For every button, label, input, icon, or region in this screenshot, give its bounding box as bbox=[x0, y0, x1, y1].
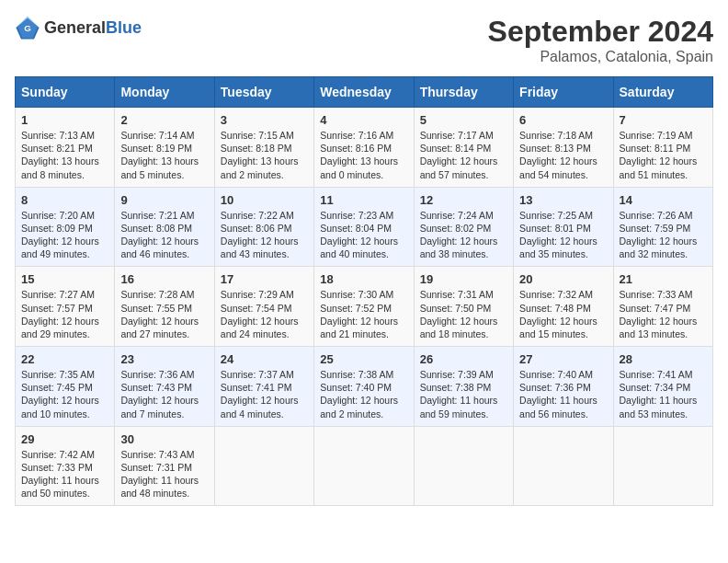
cell-text: Sunset: 7:52 PM bbox=[320, 302, 407, 315]
cell-text: Daylight: 11 hours bbox=[620, 394, 707, 407]
day-number: 1 bbox=[21, 113, 108, 127]
cell-text: Sunrise: 7:26 AM bbox=[620, 209, 707, 222]
cell-text: and 21 minutes. bbox=[320, 327, 407, 340]
cell-text: Sunrise: 7:40 AM bbox=[519, 368, 607, 381]
header-sunday: Sunday bbox=[16, 77, 115, 108]
cell-text: Sunset: 8:01 PM bbox=[519, 222, 607, 235]
cell-text: Sunrise: 7:21 AM bbox=[120, 209, 208, 222]
cell-text: Sunset: 7:40 PM bbox=[320, 381, 407, 394]
calendar-cell: 7Sunrise: 7:19 AMSunset: 8:11 PMDaylight… bbox=[613, 108, 712, 188]
calendar-cell: 1Sunrise: 7:13 AMSunset: 8:21 PMDaylight… bbox=[16, 108, 115, 188]
cell-text: and 38 minutes. bbox=[420, 247, 507, 260]
day-number: 2 bbox=[120, 113, 208, 127]
cell-text: and 54 minutes. bbox=[519, 168, 607, 181]
cell-text: Sunrise: 7:18 AM bbox=[519, 129, 607, 142]
day-number: 27 bbox=[519, 352, 607, 366]
logo-blue: Blue bbox=[106, 18, 142, 37]
cell-text: Daylight: 13 hours bbox=[21, 155, 108, 167]
cell-text: and 29 minutes. bbox=[21, 327, 108, 340]
cell-text: Sunrise: 7:38 AM bbox=[320, 368, 407, 381]
cell-text: Sunset: 8:09 PM bbox=[21, 222, 108, 235]
calendar-cell: 27Sunrise: 7:40 AMSunset: 7:36 PMDayligh… bbox=[514, 347, 613, 427]
cell-text: Sunrise: 7:14 AM bbox=[120, 129, 208, 142]
cell-text: Sunset: 7:54 PM bbox=[221, 302, 308, 315]
cell-text: Daylight: 12 hours bbox=[620, 155, 707, 167]
cell-text: Sunrise: 7:17 AM bbox=[420, 129, 507, 142]
day-number: 14 bbox=[620, 193, 707, 207]
cell-text: Sunrise: 7:33 AM bbox=[620, 288, 707, 301]
cell-text: Sunrise: 7:30 AM bbox=[320, 288, 407, 301]
cell-text: Sunrise: 7:25 AM bbox=[519, 209, 607, 222]
cell-text: Daylight: 12 hours bbox=[21, 235, 108, 247]
cell-text: Daylight: 12 hours bbox=[320, 235, 407, 247]
cell-text: and 5 minutes. bbox=[120, 168, 208, 181]
calendar-week-row: 15Sunrise: 7:27 AMSunset: 7:57 PMDayligh… bbox=[16, 267, 713, 347]
cell-text: Sunset: 8:08 PM bbox=[120, 222, 208, 235]
calendar-cell: 26Sunrise: 7:39 AMSunset: 7:38 PMDayligh… bbox=[414, 347, 513, 427]
cell-text: Sunset: 7:36 PM bbox=[519, 381, 607, 394]
calendar-cell: 6Sunrise: 7:18 AMSunset: 8:13 PMDaylight… bbox=[514, 108, 613, 188]
cell-text: Sunset: 7:41 PM bbox=[221, 381, 308, 394]
day-number: 3 bbox=[221, 113, 308, 127]
calendar-cell: 17Sunrise: 7:29 AMSunset: 7:54 PMDayligh… bbox=[214, 267, 313, 347]
cell-text: Sunrise: 7:43 AM bbox=[120, 448, 208, 461]
cell-text: Sunset: 7:34 PM bbox=[620, 381, 707, 394]
cell-text: Sunrise: 7:41 AM bbox=[620, 368, 707, 381]
cell-text: Sunrise: 7:35 AM bbox=[21, 368, 108, 381]
calendar-cell bbox=[613, 426, 712, 506]
calendar-week-row: 29Sunrise: 7:42 AMSunset: 7:33 PMDayligh… bbox=[16, 426, 713, 506]
cell-text: and 32 minutes. bbox=[620, 247, 707, 260]
header-tuesday: Tuesday bbox=[214, 77, 313, 108]
calendar-cell: 23Sunrise: 7:36 AMSunset: 7:43 PMDayligh… bbox=[115, 347, 214, 427]
cell-text: Daylight: 12 hours bbox=[420, 235, 507, 247]
cell-text: and 10 minutes. bbox=[21, 408, 108, 420]
cell-text: Sunset: 7:55 PM bbox=[120, 302, 208, 315]
cell-text: Daylight: 11 hours bbox=[21, 474, 108, 487]
cell-text: and 35 minutes. bbox=[519, 247, 607, 260]
cell-text: Daylight: 12 hours bbox=[519, 235, 607, 247]
cell-text: Daylight: 11 hours bbox=[120, 474, 208, 487]
logo: G GeneralBlue bbox=[15, 15, 142, 40]
cell-text: Daylight: 13 hours bbox=[120, 155, 208, 167]
cell-text: Daylight: 12 hours bbox=[221, 315, 308, 327]
calendar-week-row: 8Sunrise: 7:20 AMSunset: 8:09 PMDaylight… bbox=[16, 187, 713, 267]
cell-text: Daylight: 12 hours bbox=[519, 155, 607, 167]
calendar-cell: 19Sunrise: 7:31 AMSunset: 7:50 PMDayligh… bbox=[414, 267, 513, 347]
cell-text: and 4 minutes. bbox=[221, 408, 308, 420]
cell-text: and 43 minutes. bbox=[221, 247, 308, 260]
cell-text: Daylight: 13 hours bbox=[221, 155, 308, 167]
day-number: 4 bbox=[320, 113, 407, 127]
cell-text: Daylight: 12 hours bbox=[221, 394, 308, 407]
cell-text: Daylight: 12 hours bbox=[620, 315, 707, 327]
cell-text: Sunrise: 7:16 AM bbox=[320, 129, 407, 142]
cell-text: and 18 minutes. bbox=[420, 327, 507, 340]
day-number: 18 bbox=[320, 272, 407, 286]
header-saturday: Saturday bbox=[613, 77, 712, 108]
cell-text: Sunrise: 7:37 AM bbox=[221, 368, 308, 381]
calendar-cell: 29Sunrise: 7:42 AMSunset: 7:33 PMDayligh… bbox=[16, 426, 115, 506]
cell-text: and 24 minutes. bbox=[221, 327, 308, 340]
month-year: September 2024 bbox=[488, 15, 713, 49]
cell-text: and 50 minutes. bbox=[21, 487, 108, 500]
cell-text: and 59 minutes. bbox=[420, 408, 507, 420]
cell-text: Sunset: 8:02 PM bbox=[420, 222, 507, 235]
calendar-cell: 24Sunrise: 7:37 AMSunset: 7:41 PMDayligh… bbox=[214, 347, 313, 427]
cell-text: and 57 minutes. bbox=[420, 168, 507, 181]
calendar-table: SundayMondayTuesdayWednesdayThursdayFrid… bbox=[15, 76, 713, 506]
cell-text: Daylight: 12 hours bbox=[320, 315, 407, 327]
calendar-cell bbox=[414, 426, 513, 506]
calendar-cell bbox=[514, 426, 613, 506]
cell-text: Daylight: 12 hours bbox=[420, 155, 507, 167]
cell-text: Daylight: 12 hours bbox=[221, 235, 308, 247]
cell-text: and 2 minutes. bbox=[221, 168, 308, 181]
calendar-cell: 8Sunrise: 7:20 AMSunset: 8:09 PMDaylight… bbox=[16, 187, 115, 267]
calendar-cell: 15Sunrise: 7:27 AMSunset: 7:57 PMDayligh… bbox=[16, 267, 115, 347]
cell-text: Sunset: 8:18 PM bbox=[221, 142, 308, 155]
cell-text: Sunset: 8:19 PM bbox=[120, 142, 208, 155]
header-wednesday: Wednesday bbox=[314, 77, 414, 108]
cell-text: Sunset: 8:04 PM bbox=[320, 222, 407, 235]
cell-text: Daylight: 12 hours bbox=[120, 394, 208, 407]
day-number: 7 bbox=[620, 113, 707, 127]
cell-text: Sunrise: 7:36 AM bbox=[120, 368, 208, 381]
day-number: 19 bbox=[420, 272, 507, 286]
